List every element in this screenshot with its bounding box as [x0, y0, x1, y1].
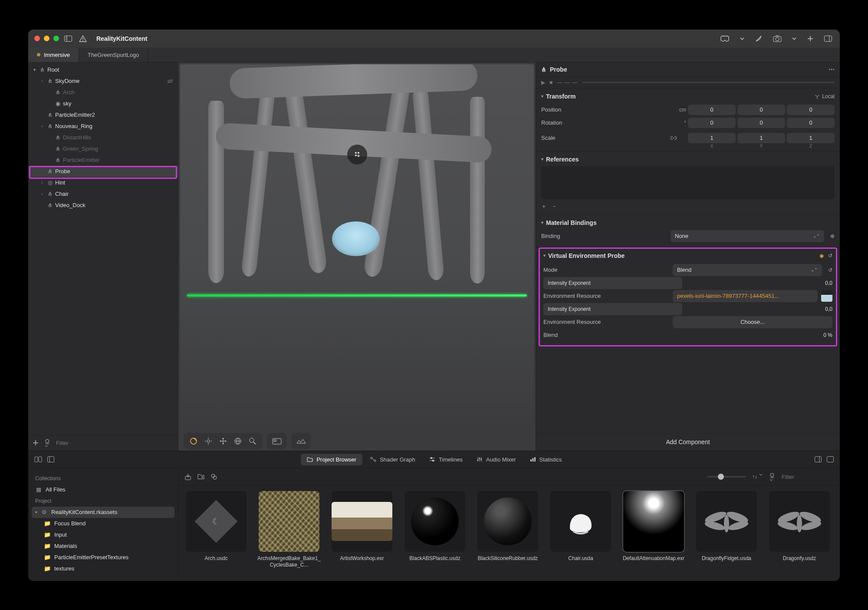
tab-audio-mixer[interactable]: Audio Mixer: [470, 454, 522, 465]
dropdown-options-icon[interactable]: ⊕: [830, 233, 835, 239]
folder-item[interactable]: 📁textures: [32, 563, 174, 574]
asset-grid[interactable]: ☾Arch.usdcArchsMergedBake_Bake1_CyclesBa…: [178, 486, 840, 581]
scale-z-input[interactable]: 1: [787, 133, 835, 143]
tab-timelines[interactable]: Timelines: [423, 454, 469, 465]
binding-select[interactable]: None⌄⌃: [671, 230, 824, 242]
hierarchy-item[interactable]: ›◎Hint: [28, 177, 178, 188]
hierarchy-item-probe[interactable]: ⋔Probe: [28, 166, 178, 177]
environment-resource-2-choose-button[interactable]: Choose...: [673, 316, 832, 328]
camera-icon[interactable]: [771, 33, 783, 44]
move-tool-button[interactable]: [217, 435, 229, 447]
close-window-button[interactable]: [34, 36, 40, 41]
hierarchy-item[interactable]: ⋔Green_Spring: [28, 143, 178, 155]
blend-value[interactable]: 0 %: [812, 332, 832, 338]
intensity-exponent-1-value[interactable]: 0,0: [812, 280, 832, 286]
tab-immersive[interactable]: Immersive: [28, 48, 79, 62]
more-button[interactable]: ⋯: [829, 66, 835, 73]
hierarchy-item[interactable]: ⋔ParticleEmitter: [28, 155, 178, 166]
scale-x-input[interactable]: 1: [688, 133, 736, 143]
link-icon[interactable]: [671, 135, 686, 141]
scale-y-input[interactable]: 1: [737, 133, 785, 143]
hierarchy-item[interactable]: ›⋔Nouveau_Ring: [28, 121, 178, 132]
asset-item[interactable]: ArtistWorkshop.exr: [329, 491, 395, 576]
zoom-window-button[interactable]: [53, 36, 59, 41]
globe-tool-button[interactable]: [232, 435, 243, 447]
headset-icon[interactable]: [718, 34, 731, 43]
folder-item[interactable]: 📁Materials: [32, 541, 174, 552]
hierarchy-item[interactable]: ⋔DistantHills: [28, 132, 178, 143]
filter-options-button[interactable]: [44, 439, 51, 447]
asset-thumbnail[interactable]: [769, 491, 830, 552]
thumbnail-size-slider[interactable]: [707, 476, 746, 478]
folder-item[interactable]: 📁Focus Blend: [32, 518, 174, 529]
import-button[interactable]: [184, 473, 191, 480]
add-button[interactable]: [805, 33, 815, 44]
all-files-item[interactable]: ▦All Files: [32, 484, 174, 495]
tab-greenspurt[interactable]: TheGreenSpurtLogo: [79, 48, 148, 62]
asset-item[interactable]: DefaultAttenuationMap.exr: [621, 491, 686, 576]
hierarchy-item[interactable]: ›⋔Chair: [28, 188, 178, 200]
asset-thumbnail[interactable]: [332, 491, 392, 552]
hierarchy-item[interactable]: ›⋔SkyDome: [28, 76, 178, 87]
position-z-input[interactable]: 0: [787, 105, 835, 115]
tab-shader-graph[interactable]: Shader Graph: [364, 454, 421, 465]
asset-item[interactable]: BlackSiliconeRubber.usdz: [475, 491, 540, 576]
panel-expand-icon[interactable]: [825, 455, 835, 464]
stop-button[interactable]: ■: [549, 79, 552, 86]
asset-item[interactable]: ArchsMergedBake_Bake1_CyclesBake_C...: [256, 491, 322, 576]
add-component-button[interactable]: Add Component: [536, 433, 840, 451]
add-entity-button[interactable]: [33, 440, 39, 446]
asset-item[interactable]: Dragonfy.usdz: [767, 491, 832, 576]
warning-icon[interactable]: [77, 33, 89, 44]
new-material-button[interactable]: [210, 473, 217, 480]
intensity-exponent-1-slider[interactable]: Intensity Exponent: [543, 277, 682, 289]
disclosure-icon[interactable]: ▾: [541, 94, 543, 99]
asset-filter-input[interactable]: [782, 474, 834, 480]
hidden-icon[interactable]: [167, 78, 174, 84]
references-list[interactable]: [541, 166, 835, 199]
asset-thumbnail[interactable]: ☾: [186, 491, 247, 552]
tab-statistics[interactable]: Statistics: [524, 454, 568, 465]
asset-thumbnail[interactable]: [696, 491, 757, 552]
disclosure-icon[interactable]: ▾: [541, 157, 543, 162]
project-root-item[interactable]: ▾⚙RealityKitContent.rkassets: [32, 507, 174, 518]
asset-thumbnail[interactable]: [259, 491, 319, 552]
scene-hierarchy-tree[interactable]: ▾⋔Root ›⋔SkyDome ⋔Arch ◉sky ⋔ParticleEmi…: [28, 63, 178, 435]
collapse-left-icon[interactable]: [33, 455, 44, 464]
zoom-tool-button[interactable]: [247, 435, 258, 447]
sort-button[interactable]: ↑↓: [752, 474, 763, 480]
modified-indicator-icon[interactable]: ◉: [819, 253, 824, 259]
hierarchy-root[interactable]: ▾⋔Root: [28, 64, 178, 76]
environment-resource-1-thumbnail[interactable]: [821, 290, 832, 302]
asset-item[interactable]: BlackABSPlastic.usdz: [402, 491, 467, 576]
chevron-down-icon[interactable]: [738, 36, 746, 42]
select-tool-button[interactable]: [188, 435, 199, 447]
asset-item[interactable]: ☾Arch.usdc: [184, 491, 249, 576]
filter-options-button[interactable]: [769, 473, 776, 481]
remove-reference-button[interactable]: －: [552, 203, 557, 210]
inspector-toggle-button[interactable]: [822, 34, 834, 43]
rotation-x-input[interactable]: 0: [688, 118, 736, 128]
hierarchy-filter-input[interactable]: [56, 440, 174, 446]
hierarchy-item[interactable]: ⋔Video_Dock: [28, 200, 178, 211]
hierarchy-item[interactable]: ⋔Arch: [28, 87, 178, 98]
minimize-window-button[interactable]: [44, 36, 49, 41]
asset-item[interactable]: Chair.usda: [548, 491, 613, 576]
play-button[interactable]: ▶: [541, 79, 545, 86]
viewport-add-button[interactable]: [347, 145, 367, 165]
intensity-exponent-2-slider[interactable]: Intensity Exponent: [543, 303, 682, 315]
environment-button[interactable]: [296, 435, 307, 447]
chevron-down-icon[interactable]: [790, 36, 798, 42]
sidebar-toggle-button[interactable]: [62, 34, 74, 43]
disclosure-icon[interactable]: ▾: [543, 253, 546, 258]
new-folder-button[interactable]: [197, 474, 204, 480]
focus-tool-button[interactable]: [203, 435, 214, 447]
rotation-y-input[interactable]: 0: [737, 118, 785, 128]
tab-project-browser[interactable]: Project Browser: [301, 454, 362, 465]
intensity-exponent-2-value[interactable]: 0,0: [812, 306, 832, 312]
folder-item[interactable]: 📁ParticleEmitterPresetTextures: [32, 552, 174, 563]
reset-button[interactable]: ↺: [828, 253, 832, 259]
rotation-z-input[interactable]: 0: [787, 118, 835, 128]
environment-resource-1-select[interactable]: pexels-iurii-laimin-78973777-14445451...: [673, 290, 818, 302]
navigate-icon[interactable]: [753, 33, 764, 44]
